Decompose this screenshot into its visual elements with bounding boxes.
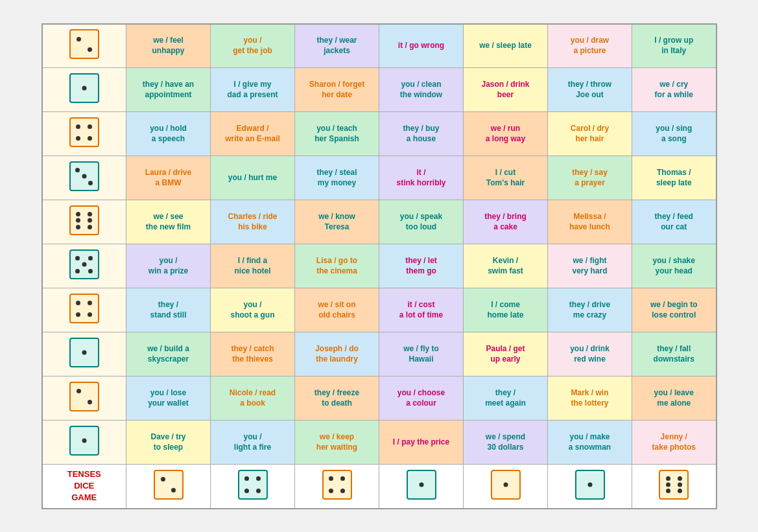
bottom-dice-1 [211, 465, 295, 509]
cell-r7-c4: Paula / getup early [464, 332, 548, 376]
row-1: they / have anappointmentI / give mydad … [42, 68, 717, 112]
cell-r8-c4: they /meet again [464, 376, 548, 421]
cell-r2-c2: you / teachher Spanish [295, 112, 379, 156]
cell-r6-c6: we / begin tolose control [632, 288, 717, 332]
cell-r1-c1: I / give mydad a present [211, 68, 295, 112]
cell-r1-c0: they / have anappointment [126, 68, 211, 112]
cell-r6-c1: you /shoot a gun [211, 288, 295, 332]
cell-r9-c3: I / pay the price [379, 421, 464, 465]
cell-r0-c6: I / grow upin Italy [632, 24, 717, 68]
cell-r8-c0: you / loseyour wallet [126, 376, 211, 421]
cell-r7-c3: we / fly toHawaii [379, 332, 464, 376]
cell-r4-c5: Melissa /have lunch [548, 200, 632, 244]
cell-r2-c4: we / runa long way [464, 112, 548, 156]
cell-r8-c6: you / leaveme alone [632, 376, 717, 421]
tenses-label: TENSESDICEGAME [67, 469, 101, 502]
game-table: we / feelunhappyyou /get the jobthey / w… [41, 23, 717, 509]
cell-r4-c3: you / speaktoo loud [379, 200, 464, 244]
cell-r9-c4: we / spend30 dollars [464, 421, 548, 465]
cell-r3-c1: you / hurt me [211, 156, 295, 200]
cell-r5-c3: they / letthem go [379, 244, 464, 288]
cell-r5-c0: you /win a prize [126, 244, 211, 288]
cell-r6-c3: it / costa lot of time [379, 288, 464, 332]
cell-r3-c4: I / cutTom's hair [464, 156, 548, 200]
row-4: we / seethe new filmCharles / ridehis bi… [42, 200, 717, 244]
cell-r4-c2: we / knowTeresa [295, 200, 379, 244]
cell-r8-c2: they / freezeto death [295, 376, 379, 421]
cell-r9-c1: you /light a fire [211, 421, 295, 465]
dice-cell-9 [42, 421, 126, 465]
cell-r8-c1: Nicole / reada book [211, 376, 295, 421]
cell-r0-c3: it / go wrong [379, 24, 464, 68]
cell-r2-c6: you / singa song [632, 112, 717, 156]
cell-r7-c1: they / catchthe thieves [211, 332, 295, 376]
cell-r3-c0: Laura / drivea BMW [126, 156, 211, 200]
cell-r7-c2: Joseph / dothe laundry [295, 332, 379, 376]
row-7: we / build askyscraperthey / catchthe th… [42, 332, 717, 376]
cell-r7-c0: we / build askyscraper [126, 332, 211, 376]
dice-cell-8 [42, 376, 126, 421]
bottom-dice-3 [379, 465, 464, 509]
cell-r0-c2: they / wearjackets [295, 24, 379, 68]
cell-r9-c2: we / keepher waiting [295, 421, 379, 465]
dice-cell-3 [42, 156, 126, 200]
bottom-dice-4 [464, 465, 548, 509]
dice-cell-6 [42, 288, 126, 332]
cell-r1-c6: we / cryfor a while [632, 68, 717, 112]
cell-r1-c3: you / cleanthe window [379, 68, 464, 112]
row-5: you /win a prizeI / find anice hotelLisa… [42, 244, 717, 288]
cell-r4-c1: Charles / ridehis bike [211, 200, 295, 244]
row-3: Laura / drivea BMWyou / hurt methey / st… [42, 156, 717, 200]
cell-r1-c4: Jason / drinkbeer [464, 68, 548, 112]
cell-r0-c0: we / feelunhappy [126, 24, 211, 68]
cell-r2-c0: you / holda speech [126, 112, 211, 156]
cell-r3-c6: Thomas /sleep late [632, 156, 717, 200]
dice-cell-0 [42, 24, 126, 68]
cell-r8-c3: you / choosea colour [379, 376, 464, 421]
tenses-label-cell: TENSESDICEGAME [42, 465, 126, 509]
bottom-dice-6 [632, 465, 717, 509]
cell-r3-c5: they / saya prayer [548, 156, 632, 200]
cell-r4-c4: they / bringa cake [464, 200, 548, 244]
row-6: they /stand stillyou /shoot a gunwe / si… [42, 288, 717, 332]
cell-r6-c0: they /stand still [126, 288, 211, 332]
row-8: you / loseyour walletNicole / reada book… [42, 376, 717, 421]
dice-cell-1 [42, 68, 126, 112]
cell-r5-c6: you / shakeyour head [632, 244, 717, 288]
cell-r9-c6: Jenny /take photos [632, 421, 717, 465]
row-0: we / feelunhappyyou /get the jobthey / w… [42, 24, 717, 68]
cell-r0-c5: you / drawa picture [548, 24, 632, 68]
bottom-dice-2 [295, 465, 379, 509]
dice-cell-2 [42, 112, 126, 156]
cell-r0-c1: you /get the job [211, 24, 295, 68]
row-9: Dave / tryto sleepyou /light a firewe / … [42, 421, 717, 465]
cell-r1-c5: they / throwJoe out [548, 68, 632, 112]
cell-r7-c5: you / drinkred wine [548, 332, 632, 376]
cell-r2-c5: Carol / dryher hair [548, 112, 632, 156]
cell-r6-c4: I / comehome late [464, 288, 548, 332]
dice-cell-4 [42, 200, 126, 244]
cell-r9-c5: you / makea snowman [548, 421, 632, 465]
row-2: you / holda speechEdward /write an E-mai… [42, 112, 717, 156]
cell-r4-c6: they / feedour cat [632, 200, 717, 244]
cell-r5-c4: Kevin /swim fast [464, 244, 548, 288]
bottom-dice-0 [126, 465, 211, 509]
dice-cell-5 [42, 244, 126, 288]
dice-cell-7 [42, 332, 126, 376]
cell-r0-c4: we / sleep late [464, 24, 548, 68]
cell-r6-c2: we / sit onold chairs [295, 288, 379, 332]
cell-r2-c3: they / buya house [379, 112, 464, 156]
cell-r2-c1: Edward /write an E-mail [211, 112, 295, 156]
cell-r3-c2: they / stealmy money [295, 156, 379, 200]
cell-r5-c2: Lisa / go tothe cinema [295, 244, 379, 288]
bottom-dice-5 [548, 465, 632, 509]
cell-r4-c0: we / seethe new film [126, 200, 211, 244]
cell-r7-c6: they / falldownstairs [632, 332, 717, 376]
cell-r3-c3: it /stink horribly [379, 156, 464, 200]
cell-r6-c5: they / driveme crazy [548, 288, 632, 332]
cell-r1-c2: Sharon / forgether date [295, 68, 379, 112]
cell-r5-c5: we / fightvery hard [548, 244, 632, 288]
cell-r8-c5: Mark / winthe lottery [548, 376, 632, 421]
cell-r5-c1: I / find anice hotel [211, 244, 295, 288]
cell-r9-c0: Dave / tryto sleep [126, 421, 211, 465]
